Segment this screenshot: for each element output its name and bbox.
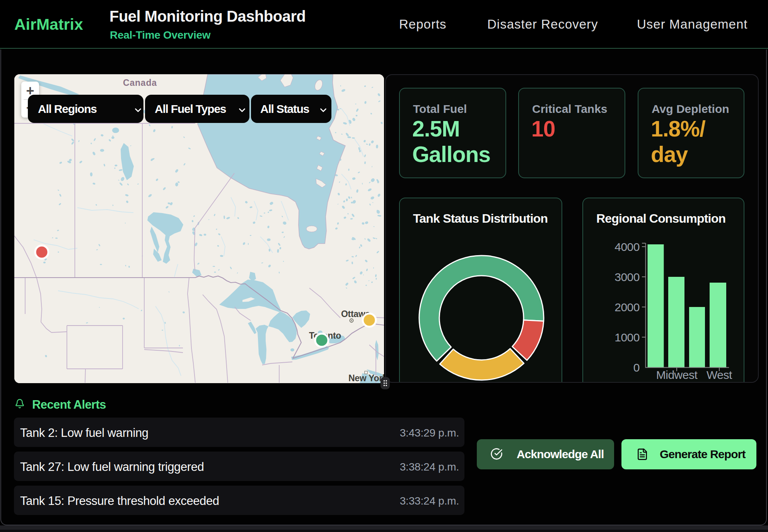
svg-text:Canada: Canada — [123, 78, 157, 88]
svg-text:New York: New York — [348, 373, 384, 383]
svg-text:Midwest: Midwest — [656, 368, 698, 381]
svg-text:3000: 3000 — [614, 271, 640, 283]
svg-text:1000: 1000 — [614, 331, 640, 344]
svg-text:4000: 4000 — [614, 240, 640, 253]
svg-text:West: West — [707, 368, 732, 381]
svg-text:0: 0 — [633, 361, 640, 374]
svg-text:2000: 2000 — [614, 301, 640, 314]
